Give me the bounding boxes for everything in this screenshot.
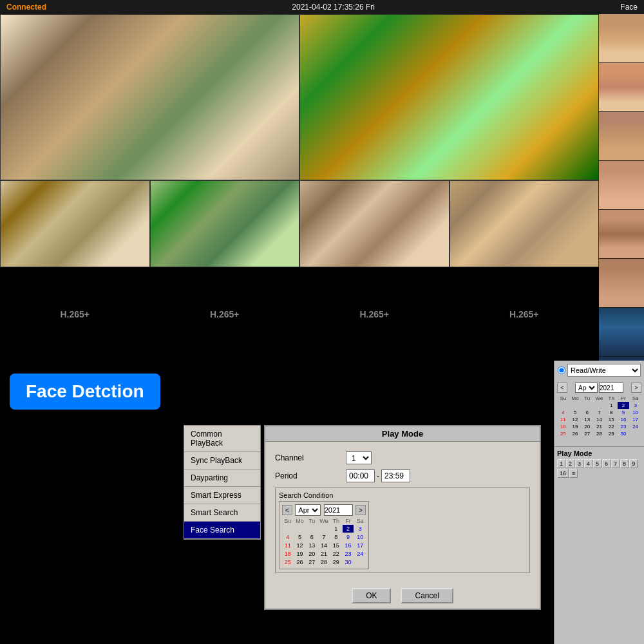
cal-day-1[interactable]: 1: [330, 525, 342, 533]
right-cal-prev[interactable]: <: [557, 383, 567, 393]
rcal-23[interactable]: 23: [618, 423, 630, 430]
cal-day-6[interactable]: 6: [306, 533, 317, 541]
rcal-19[interactable]: 19: [569, 423, 582, 430]
dialog-cancel-button[interactable]: Cancel: [401, 588, 453, 603]
play-mode-btn-9[interactable]: 9: [629, 459, 638, 468]
face-thumb-6[interactable]: [599, 259, 644, 307]
cal-day-2[interactable]: 2: [343, 525, 354, 533]
rcal-24[interactable]: 24: [629, 423, 641, 430]
video-cell-4[interactable]: [150, 180, 300, 267]
rcal-13[interactable]: 13: [581, 416, 593, 423]
cal-day-22[interactable]: 22: [330, 550, 342, 558]
video-cell-5[interactable]: [299, 180, 450, 267]
cal-day-26[interactable]: 26: [294, 558, 306, 566]
cal-day-8[interactable]: 8: [330, 533, 342, 541]
face-thumb-5[interactable]: [599, 210, 644, 258]
period-end-input[interactable]: [381, 469, 410, 482]
right-cal-year[interactable]: [599, 383, 623, 393]
rcal-1[interactable]: 1: [605, 402, 618, 409]
play-mode-btn-2[interactable]: 2: [566, 459, 574, 468]
sidebar-item-smart-search[interactable]: Smart Search: [184, 504, 260, 522]
cal-day-30[interactable]: 30: [343, 558, 354, 566]
rw-radio[interactable]: [558, 366, 565, 374]
cal-day-4[interactable]: 4: [282, 533, 294, 541]
cal-day-29[interactable]: 29: [330, 558, 342, 566]
sidebar-item-dayparting[interactable]: Dayparting: [184, 469, 260, 487]
cal-next-btn[interactable]: >: [355, 505, 366, 515]
rcal-18[interactable]: 18: [557, 423, 569, 430]
rcal-26[interactable]: 26: [569, 430, 582, 437]
rcal-27[interactable]: 27: [581, 430, 593, 437]
cal-day-23[interactable]: 23: [343, 550, 354, 558]
video-cell-6[interactable]: [450, 180, 600, 267]
play-mode-btn-1[interactable]: 1: [557, 459, 565, 468]
face-thumb-3[interactable]: [599, 112, 644, 160]
cal-day-7[interactable]: 7: [318, 533, 330, 541]
rcal-21[interactable]: 21: [593, 423, 605, 430]
rcal-4[interactable]: 4: [557, 409, 569, 416]
sidebar-item-face-search[interactable]: Face Search: [184, 522, 260, 539]
play-mode-btn-5[interactable]: 5: [593, 459, 601, 468]
video-cell-1[interactable]: [0, 14, 299, 180]
rcal-30[interactable]: 30: [618, 430, 630, 437]
rcal-9[interactable]: 9: [618, 409, 630, 416]
play-mode-btn-6[interactable]: 6: [602, 459, 611, 468]
face-thumb-blue-1[interactable]: [599, 308, 644, 356]
cal-prev-btn[interactable]: <: [282, 505, 292, 515]
channel-select[interactable]: 1234: [346, 451, 372, 464]
dialog-ok-button[interactable]: OK: [352, 588, 391, 603]
sidebar-item-common-playback[interactable]: Common PlayBack: [184, 426, 260, 452]
cal-day-27[interactable]: 27: [306, 558, 317, 566]
rcal-8[interactable]: 8: [605, 409, 618, 416]
cal-day-11[interactable]: 11: [282, 542, 294, 549]
cal-day-25[interactable]: 25: [282, 558, 294, 566]
face-thumb-4[interactable]: [599, 161, 644, 209]
rcal-16[interactable]: 16: [618, 416, 630, 423]
play-mode-btn-7[interactable]: 7: [611, 459, 620, 468]
rcal-25[interactable]: 25: [557, 430, 569, 437]
rcal-5[interactable]: 5: [569, 409, 582, 416]
right-cal-next[interactable]: >: [631, 383, 641, 393]
face-thumb-2[interactable]: [599, 63, 644, 111]
cal-day-15[interactable]: 15: [330, 542, 342, 549]
period-start-input[interactable]: [346, 469, 375, 482]
rcal-12[interactable]: 12: [569, 416, 582, 423]
rcal-2[interactable]: 2: [618, 402, 630, 409]
cal-day-5[interactable]: 5: [294, 533, 306, 541]
sidebar-item-smart-express[interactable]: Smart Express: [184, 487, 260, 504]
rcal-22[interactable]: 22: [605, 423, 618, 430]
play-mode-btn-3[interactable]: 3: [575, 459, 583, 468]
cal-day-18[interactable]: 18: [282, 550, 294, 558]
cal-day-3[interactable]: 3: [354, 525, 366, 533]
rcal-7[interactable]: 7: [593, 409, 605, 416]
cal-day-21[interactable]: 21: [318, 550, 330, 558]
play-mode-btn-8[interactable]: 8: [620, 459, 629, 468]
cal-day-19[interactable]: 19: [294, 550, 306, 558]
cal-day-14[interactable]: 14: [318, 542, 330, 549]
sidebar-item-sync-playback[interactable]: Sync PlayBack: [184, 452, 260, 469]
rw-select[interactable]: Read/Write: [567, 364, 641, 377]
rcal-14[interactable]: 14: [593, 416, 605, 423]
rcal-20[interactable]: 20: [581, 423, 593, 430]
play-mode-btn-4[interactable]: 4: [584, 459, 592, 468]
face-thumb-1[interactable]: [599, 14, 644, 62]
cal-day-28[interactable]: 28: [318, 558, 330, 566]
video-cell-3[interactable]: [0, 180, 150, 267]
rcal-3[interactable]: 3: [629, 402, 641, 409]
cal-day-9[interactable]: 9: [343, 533, 354, 541]
play-mode-btn-grid[interactable]: ≡: [569, 469, 578, 478]
cal-day-13[interactable]: 13: [306, 542, 317, 549]
rcal-11[interactable]: 11: [557, 416, 569, 423]
cal-day-10[interactable]: 10: [354, 533, 366, 541]
cal-day-24[interactable]: 24: [354, 550, 366, 558]
video-cell-2[interactable]: [299, 14, 599, 180]
cal-day-20[interactable]: 20: [306, 550, 317, 558]
cal-year-input[interactable]: [324, 504, 353, 516]
rcal-17[interactable]: 17: [629, 416, 641, 423]
rcal-10[interactable]: 10: [629, 409, 641, 416]
cal-day-16[interactable]: 16: [343, 542, 354, 549]
cal-day-12[interactable]: 12: [294, 542, 306, 549]
play-mode-btn-16[interactable]: 16: [557, 469, 569, 478]
rcal-6[interactable]: 6: [581, 409, 593, 416]
cal-month-select[interactable]: Apr: [295, 504, 321, 516]
